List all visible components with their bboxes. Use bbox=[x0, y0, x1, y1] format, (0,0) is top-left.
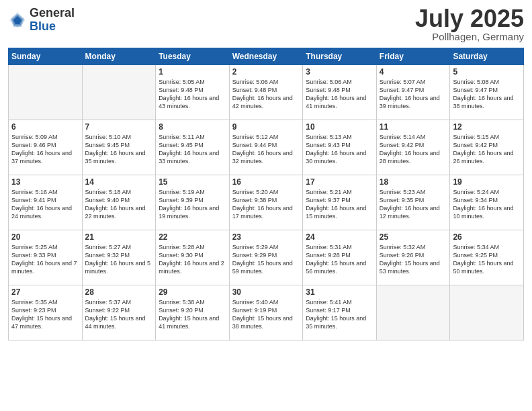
day-number: 14 bbox=[85, 177, 153, 187]
day-number: 20 bbox=[11, 232, 79, 242]
day-number: 26 bbox=[453, 232, 521, 242]
calendar-day: 28Sunrise: 5:37 AMSunset: 9:22 PMDayligh… bbox=[82, 285, 156, 340]
day-info: Sunrise: 5:34 AMSunset: 9:25 PMDaylight:… bbox=[453, 244, 513, 275]
calendar-day: 18Sunrise: 5:23 AMSunset: 9:35 PMDayligh… bbox=[376, 175, 450, 230]
day-number: 31 bbox=[306, 287, 373, 297]
calendar-day: 31Sunrise: 5:41 AMSunset: 9:17 PMDayligh… bbox=[303, 285, 377, 340]
day-info: Sunrise: 5:13 AMSunset: 9:43 PMDaylight:… bbox=[306, 134, 366, 165]
col-sunday: Sunday bbox=[9, 48, 83, 65]
col-saturday: Saturday bbox=[450, 48, 524, 65]
day-number: 6 bbox=[11, 122, 79, 132]
calendar-week-3: 13Sunrise: 5:16 AMSunset: 9:41 PMDayligh… bbox=[9, 175, 524, 230]
calendar-day: 11Sunrise: 5:14 AMSunset: 9:42 PMDayligh… bbox=[376, 120, 450, 175]
calendar-day: 29Sunrise: 5:38 AMSunset: 9:20 PMDayligh… bbox=[156, 285, 230, 340]
day-number: 3 bbox=[306, 67, 373, 77]
day-number: 27 bbox=[11, 287, 79, 297]
calendar-week-2: 6Sunrise: 5:09 AMSunset: 9:46 PMDaylight… bbox=[9, 120, 524, 175]
day-number: 21 bbox=[85, 232, 153, 242]
location-subtitle: Pollhagen, Germany bbox=[415, 31, 524, 42]
day-number: 22 bbox=[159, 232, 226, 242]
calendar-day: 4Sunrise: 5:07 AMSunset: 9:47 PMDaylight… bbox=[376, 65, 450, 120]
day-number: 19 bbox=[453, 177, 521, 187]
day-info: Sunrise: 5:31 AMSunset: 9:28 PMDaylight:… bbox=[306, 244, 366, 275]
calendar-day bbox=[450, 285, 524, 340]
day-number: 5 bbox=[453, 67, 521, 77]
calendar-day: 20Sunrise: 5:25 AMSunset: 9:33 PMDayligh… bbox=[9, 230, 83, 285]
calendar-container: General Blue July 2025 Pollhagen, German… bbox=[0, 0, 532, 346]
day-number: 17 bbox=[306, 177, 373, 187]
calendar-day: 22Sunrise: 5:28 AMSunset: 9:30 PMDayligh… bbox=[156, 230, 230, 285]
calendar-table: Sunday Monday Tuesday Wednesday Thursday… bbox=[8, 48, 524, 340]
calendar-day: 8Sunrise: 5:11 AMSunset: 9:45 PMDaylight… bbox=[156, 120, 230, 175]
calendar-day: 1Sunrise: 5:05 AMSunset: 9:48 PMDaylight… bbox=[156, 65, 230, 120]
day-number: 30 bbox=[232, 287, 300, 297]
day-info: Sunrise: 5:27 AMSunset: 9:32 PMDaylight:… bbox=[85, 244, 151, 275]
day-number: 24 bbox=[306, 232, 373, 242]
header-row: Sunday Monday Tuesday Wednesday Thursday… bbox=[9, 48, 524, 65]
calendar-day: 5Sunrise: 5:08 AMSunset: 9:47 PMDaylight… bbox=[450, 65, 524, 120]
day-info: Sunrise: 5:28 AMSunset: 9:30 PMDaylight:… bbox=[159, 244, 224, 275]
day-info: Sunrise: 5:40 AMSunset: 9:19 PMDaylight:… bbox=[232, 299, 293, 330]
day-info: Sunrise: 5:24 AMSunset: 9:34 PMDaylight:… bbox=[453, 189, 513, 220]
day-number: 10 bbox=[306, 122, 373, 132]
col-monday: Monday bbox=[82, 48, 156, 65]
day-number: 12 bbox=[453, 122, 521, 132]
logo-text: General Blue bbox=[30, 7, 75, 34]
day-info: Sunrise: 5:19 AMSunset: 9:39 PMDaylight:… bbox=[159, 189, 219, 220]
calendar-day: 21Sunrise: 5:27 AMSunset: 9:32 PMDayligh… bbox=[82, 230, 156, 285]
day-info: Sunrise: 5:41 AMSunset: 9:17 PMDaylight:… bbox=[306, 299, 366, 330]
day-number: 13 bbox=[11, 177, 79, 187]
day-number: 23 bbox=[232, 232, 300, 242]
day-info: Sunrise: 5:25 AMSunset: 9:33 PMDaylight:… bbox=[11, 244, 77, 275]
day-info: Sunrise: 5:06 AMSunset: 9:48 PMDaylight:… bbox=[232, 79, 293, 109]
calendar-day: 12Sunrise: 5:15 AMSunset: 9:42 PMDayligh… bbox=[450, 120, 524, 175]
col-thursday: Thursday bbox=[303, 48, 377, 65]
calendar-day: 15Sunrise: 5:19 AMSunset: 9:39 PMDayligh… bbox=[156, 175, 230, 230]
logo-blue: Blue bbox=[30, 20, 75, 34]
day-info: Sunrise: 5:08 AMSunset: 9:47 PMDaylight:… bbox=[453, 79, 513, 109]
day-info: Sunrise: 5:37 AMSunset: 9:22 PMDaylight:… bbox=[85, 299, 146, 330]
calendar-day: 30Sunrise: 5:40 AMSunset: 9:19 PMDayligh… bbox=[229, 285, 303, 340]
day-number: 2 bbox=[232, 67, 300, 77]
day-number: 28 bbox=[85, 287, 153, 297]
day-number: 16 bbox=[232, 177, 300, 187]
month-title: July 2025 bbox=[415, 7, 524, 31]
calendar-day: 27Sunrise: 5:35 AMSunset: 9:23 PMDayligh… bbox=[9, 285, 83, 340]
day-number: 1 bbox=[159, 67, 226, 77]
calendar-week-5: 27Sunrise: 5:35 AMSunset: 9:23 PMDayligh… bbox=[9, 285, 524, 340]
day-info: Sunrise: 5:15 AMSunset: 9:42 PMDaylight:… bbox=[453, 134, 513, 165]
header: General Blue July 2025 Pollhagen, German… bbox=[8, 7, 524, 42]
day-info: Sunrise: 5:29 AMSunset: 9:29 PMDaylight:… bbox=[232, 244, 293, 275]
day-number: 18 bbox=[380, 177, 447, 187]
calendar-day: 16Sunrise: 5:20 AMSunset: 9:38 PMDayligh… bbox=[229, 175, 303, 230]
day-info: Sunrise: 5:16 AMSunset: 9:41 PMDaylight:… bbox=[11, 189, 72, 220]
day-number: 8 bbox=[159, 122, 226, 132]
calendar-day: 25Sunrise: 5:32 AMSunset: 9:26 PMDayligh… bbox=[376, 230, 450, 285]
day-number: 11 bbox=[380, 122, 447, 132]
calendar-day: 7Sunrise: 5:10 AMSunset: 9:45 PMDaylight… bbox=[82, 120, 156, 175]
calendar-week-1: 1Sunrise: 5:05 AMSunset: 9:48 PMDaylight… bbox=[9, 65, 524, 120]
calendar-day: 17Sunrise: 5:21 AMSunset: 9:37 PMDayligh… bbox=[303, 175, 377, 230]
day-info: Sunrise: 5:05 AMSunset: 9:48 PMDaylight:… bbox=[159, 79, 219, 109]
day-info: Sunrise: 5:10 AMSunset: 9:45 PMDaylight:… bbox=[85, 134, 146, 165]
day-info: Sunrise: 5:21 AMSunset: 9:37 PMDaylight:… bbox=[306, 189, 366, 220]
day-info: Sunrise: 5:06 AMSunset: 9:48 PMDaylight:… bbox=[306, 79, 366, 109]
day-number: 25 bbox=[380, 232, 447, 242]
day-number: 7 bbox=[85, 122, 153, 132]
day-info: Sunrise: 5:23 AMSunset: 9:35 PMDaylight:… bbox=[380, 189, 440, 220]
day-info: Sunrise: 5:12 AMSunset: 9:44 PMDaylight:… bbox=[232, 134, 293, 165]
day-info: Sunrise: 5:35 AMSunset: 9:23 PMDaylight:… bbox=[11, 299, 72, 330]
day-number: 29 bbox=[159, 287, 226, 297]
calendar-day: 6Sunrise: 5:09 AMSunset: 9:46 PMDaylight… bbox=[9, 120, 83, 175]
calendar-day bbox=[376, 285, 450, 340]
calendar-day: 26Sunrise: 5:34 AMSunset: 9:25 PMDayligh… bbox=[450, 230, 524, 285]
calendar-day bbox=[82, 65, 156, 120]
col-friday: Friday bbox=[376, 48, 450, 65]
day-info: Sunrise: 5:18 AMSunset: 9:40 PMDaylight:… bbox=[85, 189, 146, 220]
calendar-day: 19Sunrise: 5:24 AMSunset: 9:34 PMDayligh… bbox=[450, 175, 524, 230]
logo-icon bbox=[8, 11, 27, 30]
day-info: Sunrise: 5:11 AMSunset: 9:45 PMDaylight:… bbox=[159, 134, 219, 165]
calendar-day: 14Sunrise: 5:18 AMSunset: 9:40 PMDayligh… bbox=[82, 175, 156, 230]
calendar-day: 24Sunrise: 5:31 AMSunset: 9:28 PMDayligh… bbox=[303, 230, 377, 285]
logo: General Blue bbox=[8, 7, 75, 34]
